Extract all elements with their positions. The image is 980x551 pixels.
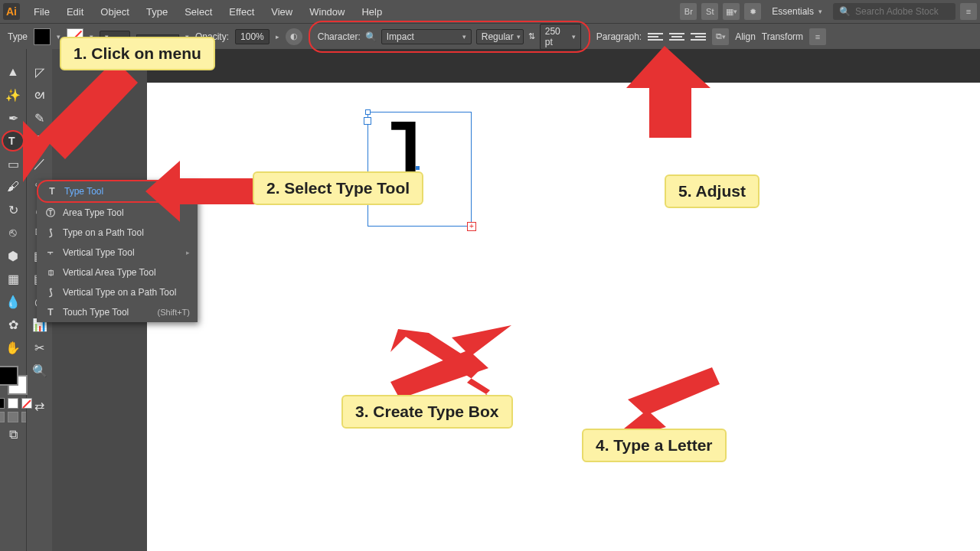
search-stock-input[interactable] — [855, 6, 949, 17]
zoom-tool[interactable]: 🔍 — [30, 361, 50, 380]
opacity-field[interactable]: 100% — [235, 29, 270, 44]
menu-window[interactable]: Window — [302, 3, 352, 21]
area-type-icon: Ⓣ — [44, 207, 57, 219]
menu-object[interactable]: Object — [93, 3, 137, 21]
text-frame[interactable]: J + — [368, 112, 472, 227]
font-style-field[interactable]: Regular ▾ — [476, 29, 524, 44]
workspace-label: Essentials — [772, 6, 814, 17]
swap-fill-stroke-icon[interactable]: ⇄ — [30, 396, 50, 415]
search-stock-field[interactable]: 🔍 — [833, 3, 956, 20]
menu-view[interactable]: View — [263, 3, 300, 21]
panel-toggle-icon[interactable]: ≡ — [960, 3, 977, 20]
frame-center-point — [416, 166, 420, 170]
menu-help[interactable]: Help — [354, 3, 390, 21]
callout-1: 1. Click on menu — [60, 37, 215, 70]
callout-2: 2. Select Type Tool — [253, 171, 423, 205]
draw-mode-b[interactable] — [8, 412, 18, 422]
fill-chip[interactable] — [0, 366, 18, 386]
app-logo: Ai — [3, 3, 20, 20]
align-left-button[interactable] — [648, 29, 663, 44]
chevron-down-icon: ▾ — [818, 8, 822, 15]
recolor-icon[interactable]: ◐ — [286, 28, 302, 45]
fill-swatch[interactable] — [34, 28, 51, 45]
color-mode-none[interactable] — [21, 398, 32, 409]
slice-tool[interactable]: ✂ — [30, 338, 50, 357]
font-family-field[interactable]: Impact ▾ — [381, 29, 472, 44]
paintbrush-tool[interactable]: 🖌 — [3, 178, 23, 196]
artboard[interactable] — [147, 83, 980, 551]
menu-effect[interactable]: Effect — [221, 3, 262, 21]
svg-marker-1 — [23, 60, 138, 182]
vertical-type-icon: ⫟ — [44, 246, 57, 259]
align-right-button[interactable] — [691, 29, 706, 44]
align-panel-icon[interactable]: ⧉▾ — [712, 28, 729, 45]
callout-4: 4. Type a Letter — [582, 429, 727, 462]
rotate-tool[interactable]: ↻ — [3, 201, 23, 219]
font-search-icon[interactable]: 🔍 — [365, 31, 377, 42]
submenu-arrow-icon: ▸ — [186, 249, 190, 256]
vertical-path-type-icon: ⟆ — [44, 286, 57, 298]
magic-wand-tool[interactable]: ✨ — [3, 86, 23, 104]
text-overflow-indicator[interactable]: + — [467, 222, 476, 231]
flyout-shortcut: (Shift+T) — [158, 308, 190, 317]
selection-tool[interactable]: ▲ — [3, 63, 23, 81]
draw-mode-a[interactable] — [0, 412, 5, 422]
flyout-label: Type on a Path Tool — [63, 227, 144, 238]
menu-file[interactable]: File — [26, 3, 57, 21]
flyout-label: Area Type Tool — [63, 207, 124, 218]
flyout-vertical-area-type-tool[interactable]: ⎅ Vertical Area Type Tool — [37, 262, 198, 282]
color-mode-solid[interactable] — [0, 398, 5, 409]
character-label: Character: — [318, 31, 361, 42]
menu-type[interactable]: Type — [139, 3, 175, 21]
mesh-tool[interactable]: ▦ — [3, 269, 23, 288]
flyout-vertical-type-tool[interactable]: ⫟ Vertical Type Tool ▸ — [37, 243, 198, 262]
character-controls-group: Character: 🔍 Impact ▾ Regular ▾ ⇅ 250 pt… — [309, 21, 590, 53]
stock-icon[interactable]: St — [701, 3, 718, 20]
transform-label[interactable]: Transform — [762, 31, 803, 42]
svg-marker-5 — [390, 325, 511, 399]
paragraph-label: Paragraph: — [596, 31, 642, 42]
font-size-value: 250 pt — [545, 26, 569, 47]
size-stepper-icon[interactable]: ⇅ — [528, 31, 535, 41]
menu-edit[interactable]: Edit — [59, 3, 91, 21]
callout-3: 3. Create Type Box — [341, 395, 513, 429]
active-tool-label: Type — [8, 31, 28, 42]
flyout-label: Vertical Area Type Tool — [63, 267, 156, 278]
eyedropper-tool[interactable]: 💧 — [3, 292, 23, 311]
flyout-label: Vertical Type on a Path Tool — [63, 287, 176, 298]
menu-select[interactable]: Select — [177, 3, 220, 21]
shape-builder-tool[interactable]: ⬢ — [3, 246, 23, 265]
align-center-button[interactable] — [669, 29, 684, 44]
screen-mode-icon[interactable]: ⧉ — [3, 425, 23, 444]
workspace-switcher[interactable]: Essentials ▾ — [766, 4, 828, 19]
arrow-5 — [626, 46, 710, 138]
svg-marker-2 — [145, 161, 260, 222]
flyout-vertical-type-on-path-tool[interactable]: ⟆ Vertical Type on a Path Tool — [37, 282, 198, 302]
main-menubar: Ai File Edit Object Type Select Effect V… — [0, 0, 980, 23]
font-size-field[interactable]: 250 pt ▾ — [540, 24, 581, 50]
text-in-port[interactable] — [364, 117, 371, 125]
callout-5: 5. Adjust — [665, 174, 760, 208]
arrow-3b — [390, 325, 517, 402]
width-tool[interactable]: ⎋ — [3, 223, 23, 242]
bridge-icon[interactable]: Br — [680, 3, 697, 20]
color-mode-gradient[interactable] — [8, 398, 18, 409]
arrange-docs-icon[interactable]: ▦▾ — [723, 3, 740, 20]
flyout-label: Touch Type Tool — [63, 307, 129, 318]
symbol-sprayer-tool[interactable]: ✿ — [3, 315, 23, 334]
rectangle-tool[interactable]: ▭ — [3, 155, 23, 173]
options-overflow-icon[interactable]: ≡ — [809, 28, 826, 45]
frame-handle-tl[interactable] — [365, 109, 371, 115]
flyout-touch-type-tool[interactable]: T Touch Type Tool (Shift+T) — [37, 302, 198, 322]
hand-tool[interactable]: ✋ — [3, 338, 23, 357]
fill-stroke-swatch[interactable] — [0, 366, 28, 395]
touch-type-icon: T — [44, 306, 57, 318]
vertical-area-type-icon: ⎅ — [44, 266, 57, 279]
search-icon: 🔍 — [839, 6, 851, 17]
opacity-chevron-icon[interactable]: ▸ — [276, 33, 279, 41]
align-label[interactable]: Align — [735, 31, 756, 42]
gpu-icon[interactable]: ✹ — [744, 3, 761, 20]
pen-tool[interactable]: ✒ — [3, 109, 23, 127]
type-tool[interactable]: T — [3, 132, 23, 150]
tools-panel-col-a: ▲ ✨ ✒ T ▭ 🖌 ↻ ⎋ ⬢ ▦ 💧 ✿ ✋ — [0, 49, 26, 551]
